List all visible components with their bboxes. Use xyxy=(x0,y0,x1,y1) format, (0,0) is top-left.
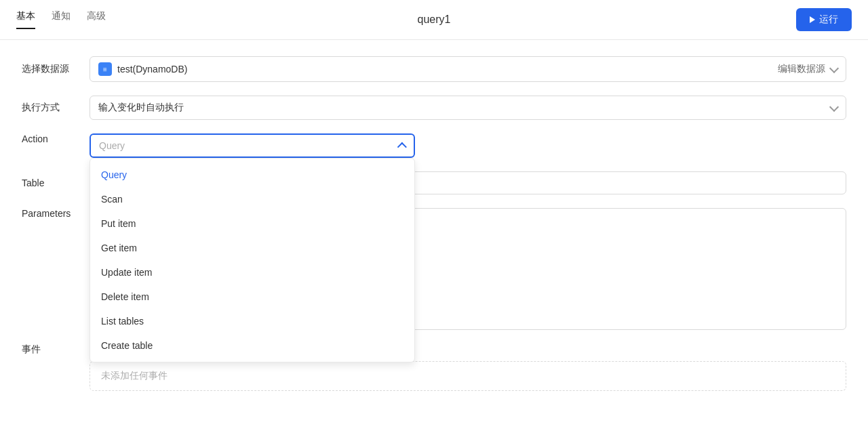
datasource-value: test(DynamoDB) xyxy=(117,64,187,75)
action-option-delete-item[interactable]: Delete item xyxy=(90,285,414,309)
action-option-create-table[interactable]: Create table xyxy=(90,333,414,358)
dynamo-icon: ≡ xyxy=(98,62,112,76)
chevron-down-icon xyxy=(829,63,839,72)
header: 基本 通知 高级 query1 运行 xyxy=(0,0,868,40)
page-title: query1 xyxy=(418,14,451,26)
main-content: 选择数据源 ≡ test(DynamoDB) 编辑数据源 执行方式 输入变化时自… xyxy=(0,40,868,421)
tab-bar: 基本 通知 高级 xyxy=(16,10,106,29)
action-option-scan[interactable]: Scan xyxy=(90,187,414,211)
datasource-label: 选择数据源 xyxy=(22,63,90,75)
play-icon xyxy=(810,16,815,23)
run-button[interactable]: 运行 xyxy=(796,8,852,31)
action-option-update-item[interactable]: Update item xyxy=(90,260,414,285)
params-label: Parameters xyxy=(22,208,90,219)
table-label: Table xyxy=(22,178,90,188)
chevron-down-icon-exec xyxy=(829,102,839,111)
datasource-left: ≡ test(DynamoDB) xyxy=(98,62,187,76)
action-option-put-item[interactable]: Put item xyxy=(90,211,414,236)
action-option-list-tables[interactable]: List tables xyxy=(90,309,414,333)
action-option-query[interactable]: Query xyxy=(90,163,414,187)
tab-notification[interactable]: 通知 xyxy=(52,10,71,29)
execution-label: 执行方式 xyxy=(22,102,90,114)
action-dropdown: Query Scan Put item Get item Update item… xyxy=(90,158,415,362)
action-row: Action Query Scan Put item Get item Upda… xyxy=(22,133,846,158)
datasource-select[interactable]: ≡ test(DynamoDB) 编辑数据源 xyxy=(90,56,846,82)
datasource-right: 编辑数据源 xyxy=(778,63,837,75)
action-option-get-item[interactable]: Get item xyxy=(90,236,414,260)
edit-datasource-link[interactable]: 编辑数据源 xyxy=(778,63,825,75)
datasource-control: ≡ test(DynamoDB) 编辑数据源 xyxy=(90,56,846,82)
action-control: Query Scan Put item Get item Update item… xyxy=(90,133,846,158)
execution-row: 执行方式 输入变化时自动执行 xyxy=(22,96,846,120)
tab-basic[interactable]: 基本 xyxy=(16,10,35,29)
tab-advanced[interactable]: 高级 xyxy=(87,10,106,29)
chevron-up-icon xyxy=(397,142,407,151)
events-label: 事件 xyxy=(22,344,90,356)
execution-control: 输入变化时自动执行 xyxy=(90,96,846,120)
datasource-row: 选择数据源 ≡ test(DynamoDB) 编辑数据源 xyxy=(22,56,846,82)
run-button-label: 运行 xyxy=(819,14,838,26)
action-input[interactable] xyxy=(99,140,399,151)
action-label: Action xyxy=(22,133,90,144)
execution-value: 输入变化时自动执行 xyxy=(98,102,184,114)
execution-select[interactable]: 输入变化时自动执行 xyxy=(90,96,846,120)
no-events-placeholder: 未添加任何事件 xyxy=(90,361,846,391)
action-select[interactable] xyxy=(90,133,415,158)
